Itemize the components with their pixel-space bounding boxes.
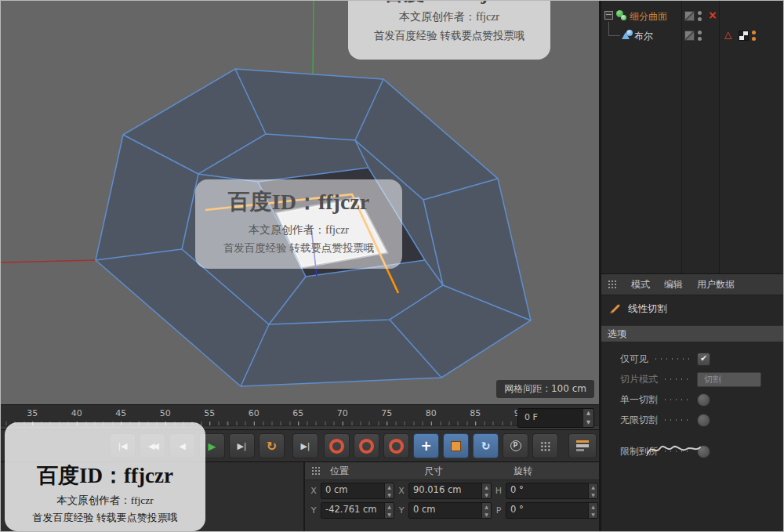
stepper-up-icon[interactable]: ▲ bbox=[385, 503, 394, 511]
position-y-field[interactable]: -42.761 cm ▲▼ bbox=[321, 502, 394, 519]
dotted-leader bbox=[662, 396, 692, 403]
stepper-down-icon[interactable]: ▼ bbox=[482, 491, 491, 499]
field-value[interactable]: 0 cm bbox=[321, 483, 384, 498]
position-x-field[interactable]: 0 cm ▲▼ bbox=[321, 483, 394, 499]
restrict-checkbox[interactable] bbox=[697, 445, 710, 458]
visibility-dots-icon[interactable] bbox=[698, 31, 702, 41]
object-manager[interactable]: 细分曲面 × 布尔 △ bbox=[601, 1, 784, 274]
record-objects-button[interactable] bbox=[324, 433, 350, 458]
autokey-icon bbox=[359, 439, 374, 454]
field-value[interactable]: -42.761 cm bbox=[321, 503, 384, 518]
size-y-field[interactable]: 0 cm ▲▼ bbox=[408, 502, 492, 519]
panel-grip-icon[interactable] bbox=[608, 280, 617, 289]
stepper-down-icon[interactable]: ▼ bbox=[589, 511, 597, 519]
loop-button[interactable]: ↻ bbox=[259, 433, 285, 458]
timeline-layers-button[interactable] bbox=[568, 433, 597, 458]
stepper-up-icon[interactable]: ▲ bbox=[589, 483, 597, 491]
option-restrict: 限制到所 bbox=[601, 441, 784, 461]
value-stepper[interactable]: ▲▼ bbox=[481, 483, 491, 498]
dotted-leader bbox=[662, 376, 692, 382]
dotted-leader bbox=[662, 448, 692, 454]
rotation-keyframe-toggle[interactable]: ↻ bbox=[473, 433, 499, 458]
option-infinite-cut: 无限切割 bbox=[601, 410, 784, 430]
options-section-header[interactable]: 选项 bbox=[601, 325, 784, 342]
slice-mode-dropdown[interactable]: 切割 bbox=[697, 372, 761, 387]
value-stepper[interactable]: ▲▼ bbox=[588, 503, 597, 518]
field-value[interactable]: 0 ° bbox=[506, 503, 588, 518]
stepper-down-icon[interactable]: ▼ bbox=[385, 511, 394, 519]
next-frame-button[interactable]: ▶| bbox=[229, 433, 255, 458]
boole-icon bbox=[622, 29, 633, 40]
object-row-boole[interactable]: 布尔 △ bbox=[601, 27, 784, 44]
subdivision-surface-icon bbox=[616, 10, 626, 20]
stepper-up-icon[interactable]: ▲ bbox=[385, 483, 394, 491]
stepper-up-icon[interactable]: ▲ bbox=[482, 503, 491, 511]
single-cut-checkbox[interactable] bbox=[697, 393, 710, 407]
only-visible-checkbox[interactable] bbox=[697, 353, 710, 366]
tab-user-data[interactable]: 用户数据 bbox=[697, 278, 735, 291]
axis-label: P bbox=[495, 505, 503, 516]
option-slice-mode: 切片模式 切割 bbox=[601, 369, 784, 389]
expand-icon[interactable] bbox=[604, 11, 613, 20]
size-x-field[interactable]: 90.016 cm ▲▼ bbox=[408, 483, 492, 499]
stepper-down-icon[interactable]: ▼ bbox=[589, 491, 597, 499]
current-frame-field[interactable]: 0 F ▲ ▼ bbox=[517, 408, 594, 428]
watermark-line: 首发百度经验 转载要点赞投票哦 bbox=[348, 29, 550, 43]
stepper-down-icon[interactable]: ▼ bbox=[482, 511, 491, 519]
option-single-cut: 单一切割 bbox=[601, 389, 784, 410]
scale-keyframe-toggle[interactable] bbox=[443, 433, 469, 458]
value-stepper[interactable]: ▲▼ bbox=[481, 503, 491, 518]
object-label[interactable]: 布尔 bbox=[634, 30, 653, 43]
dropdown-value: 切割 bbox=[704, 374, 721, 385]
parameter-keyframe-icon: P bbox=[510, 440, 521, 451]
stepper-up-icon[interactable]: ▲ bbox=[589, 503, 597, 511]
field-value[interactable]: 0 cm bbox=[409, 503, 481, 518]
object-label[interactable]: 细分曲面 bbox=[630, 10, 667, 24]
keyframe-selection-button[interactable] bbox=[383, 433, 409, 458]
autokey-button[interactable] bbox=[354, 433, 379, 458]
orange-dots-icon[interactable] bbox=[752, 31, 756, 41]
value-stepper[interactable]: ▲▼ bbox=[384, 483, 394, 498]
stepper-up-icon[interactable]: ▲ bbox=[482, 483, 491, 491]
panel-grip-icon[interactable] bbox=[311, 466, 321, 476]
stepper-up-icon[interactable]: ▲ bbox=[583, 409, 593, 418]
coordinates-row-x: X 0 cm ▲▼ X 90.016 cm ▲▼ H 0 ° ▲▼ bbox=[305, 482, 599, 500]
layer-icon[interactable] bbox=[684, 31, 695, 41]
value-stepper[interactable]: ▲▼ bbox=[384, 503, 394, 518]
object-row-subdivision-surface[interactable]: 细分曲面 × bbox=[601, 7, 784, 24]
size-header: 尺寸 bbox=[424, 465, 443, 478]
visibility-dots-icon[interactable] bbox=[698, 11, 702, 21]
red-x-icon[interactable]: × bbox=[708, 8, 717, 22]
tool-title: 线性切割 bbox=[628, 302, 667, 316]
stepper-down-icon[interactable]: ▼ bbox=[583, 418, 593, 428]
option-label: 无限切割 bbox=[620, 414, 658, 427]
frame-stepper[interactable]: ▲ ▼ bbox=[583, 409, 593, 427]
dotted-leader bbox=[653, 356, 692, 362]
option-label: 限制到所 bbox=[620, 445, 658, 458]
timeline-layers-icon bbox=[576, 440, 589, 452]
current-frame-value[interactable]: 0 F bbox=[518, 409, 583, 427]
stepper-down-icon[interactable]: ▼ bbox=[385, 491, 394, 499]
value-stepper[interactable]: ▲▼ bbox=[588, 483, 597, 498]
pla-keyframe-toggle[interactable] bbox=[532, 433, 558, 458]
triangle-icon[interactable]: △ bbox=[724, 28, 731, 41]
layer-icon[interactable] bbox=[684, 11, 695, 21]
axis-label: H bbox=[495, 486, 503, 496]
checker-icon[interactable] bbox=[739, 31, 749, 41]
position-keyframe-toggle[interactable]: + bbox=[413, 433, 439, 458]
tab-edit[interactable]: 编辑 bbox=[664, 278, 683, 291]
parameter-keyframe-toggle[interactable]: P bbox=[503, 433, 528, 458]
field-value[interactable]: 0 ° bbox=[506, 483, 588, 498]
tab-mode[interactable]: 模式 bbox=[631, 278, 650, 291]
rotation-header: 旋转 bbox=[514, 465, 532, 478]
jump-end-icon: ▶| bbox=[300, 441, 310, 451]
watermark-bottom-left: 百度ID：ffjczr 本文原创作者：ffjczr 首发百度经验 转载要点赞投票… bbox=[5, 422, 205, 531]
watermark-line: 首发百度经验 转载要点赞投票哦 bbox=[5, 511, 205, 525]
jump-end-button[interactable]: ▶| bbox=[292, 433, 318, 458]
rotation-h-field[interactable]: 0 ° ▲▼ bbox=[506, 483, 598, 499]
rotation-p-field[interactable]: 0 ° ▲▼ bbox=[506, 502, 598, 519]
field-value[interactable]: 90.016 cm bbox=[409, 483, 481, 498]
infinite-cut-checkbox[interactable] bbox=[697, 414, 710, 427]
cinema4d-window: 网格间距 : 100 cm 细分曲面 × 布尔 △ bbox=[0, 0, 784, 532]
coordinates-manager: 位置 尺寸 旋转 X 0 cm ▲▼ X 90.016 cm ▲▼ H 0 ° bbox=[305, 462, 599, 532]
